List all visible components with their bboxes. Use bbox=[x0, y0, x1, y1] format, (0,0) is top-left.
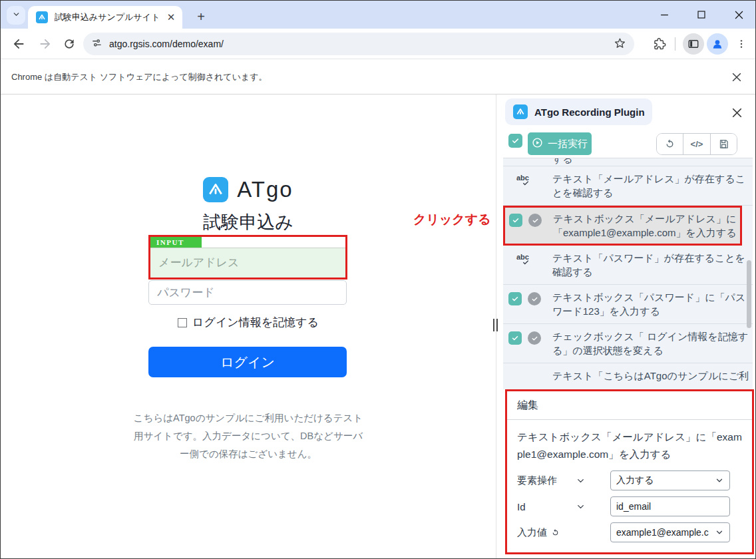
input-value-row: 入力値 example1@example.c bbox=[517, 522, 742, 542]
locator-row: Id bbox=[517, 496, 742, 516]
remember-label: ログイン情報を記憶する bbox=[192, 315, 319, 330]
atgo-plugin-icon bbox=[513, 104, 528, 119]
sample-site-note: こちらはATgoのサンプルにご利用いただけるテスト 用サイトです。入力データにつ… bbox=[1, 409, 496, 463]
tab-strip: 試験申込みサンプルサイト ✕ + bbox=[1, 1, 755, 29]
automation-infobar: Chrome は自動テスト ソフトウェアによって制御されています。 bbox=[1, 59, 755, 94]
select-all-checkbox[interactable] bbox=[508, 134, 522, 148]
forward-icon[interactable] bbox=[37, 35, 54, 53]
run-all-button[interactable]: 一括実行 bbox=[528, 132, 592, 155]
atgo-favicon-icon bbox=[36, 11, 48, 23]
edit-step-description: テキストボックス「メールアドレス」に「example1@example.com」… bbox=[507, 420, 752, 465]
step-checkbox[interactable] bbox=[509, 214, 522, 227]
refresh-small-icon bbox=[551, 528, 560, 537]
refresh-button[interactable] bbox=[657, 134, 683, 154]
email-field-highlight-box: INPUT bbox=[148, 235, 347, 280]
bookmark-star-icon[interactable] bbox=[614, 37, 626, 52]
step-row-input-email-highlighted[interactable]: テキストボックス「メールアドレス」に「example1@example.com」… bbox=[503, 206, 742, 246]
step-row-verify-note[interactable]: テキスト「こちらはATgoのサンプルにご利用い bbox=[503, 363, 753, 381]
panel-resize-handle[interactable] bbox=[493, 319, 498, 331]
text-verify-icon: abc bbox=[516, 174, 534, 187]
side-panel-icon[interactable] bbox=[683, 33, 704, 55]
operation-label: 要素操作 bbox=[517, 474, 576, 487]
step-status-check-icon bbox=[528, 214, 542, 227]
step-checkbox[interactable] bbox=[508, 292, 522, 305]
url-text: atgo.rgsis.com/demo/exam/ bbox=[109, 39, 614, 49]
step-row-partial[interactable]: する bbox=[503, 158, 753, 166]
atgo-logo: ATgo bbox=[1, 177, 496, 202]
back-icon[interactable] bbox=[10, 35, 27, 53]
step-row-verify-email[interactable]: abc テキスト「メールアドレス」が存在することを確認する bbox=[503, 166, 753, 206]
edit-section: 編集 テキストボックス「メールアドレス」に「example1@example.c… bbox=[505, 389, 754, 554]
infobar-close-icon[interactable] bbox=[727, 68, 746, 87]
browser-tab[interactable]: 試験申込みサンプルサイト ✕ bbox=[28, 6, 182, 29]
step-list: する abc テキスト「メールアドレス」が存在することを確認する bbox=[503, 158, 753, 389]
reload-icon[interactable] bbox=[61, 35, 78, 53]
step-row-verify-password[interactable]: abc テキスト「パスワード」が存在することを確認する bbox=[503, 246, 753, 285]
operation-select[interactable]: 入力する bbox=[610, 470, 730, 490]
minimize-icon[interactable] bbox=[654, 5, 674, 25]
play-icon bbox=[532, 137, 543, 150]
menu-dots-icon[interactable] bbox=[731, 33, 752, 55]
page-content: ATgo 試験申込み INPUT ログイン情報を記憶する ログイン こちらはAT… bbox=[1, 94, 496, 558]
remember-checkbox[interactable] bbox=[178, 318, 187, 327]
list-scrollbar[interactable] bbox=[747, 260, 751, 328]
atgo-logo-icon bbox=[203, 177, 228, 202]
tab-title: 試験申込みサンプルサイト bbox=[55, 11, 165, 23]
chevron-down-icon bbox=[715, 528, 724, 537]
toolbar-separator bbox=[675, 37, 675, 51]
profile-avatar[interactable] bbox=[707, 33, 728, 55]
plugin-title-dropdown[interactable]: ATgo Recording Plugin bbox=[505, 98, 652, 125]
locator-value-input[interactable] bbox=[610, 496, 730, 516]
close-window-icon[interactable] bbox=[729, 5, 749, 25]
input-badge: INPUT bbox=[150, 237, 202, 248]
plugin-close-icon[interactable] bbox=[728, 104, 745, 121]
operation-row: 要素操作 入力する bbox=[517, 470, 742, 490]
plugin-title: ATgo Recording Plugin bbox=[534, 106, 645, 118]
browser-window: 試験申込みサンプルサイト ✕ + atgo.rgsis.com/demo/ex bbox=[0, 0, 756, 559]
step-status-check-icon bbox=[528, 292, 541, 305]
locator-label: Id bbox=[517, 501, 576, 512]
chevron-down-icon bbox=[12, 9, 21, 21]
step-checkbox[interactable] bbox=[508, 331, 522, 345]
save-button[interactable] bbox=[711, 134, 737, 154]
step-row-input-password[interactable]: テキストボックス「パスワード」に「パスワード123」を入力する bbox=[503, 285, 753, 324]
site-settings-icon[interactable] bbox=[91, 37, 102, 51]
tab-search-button[interactable] bbox=[7, 6, 25, 25]
password-field[interactable] bbox=[148, 280, 347, 305]
infobar-text: Chrome は自動テスト ソフトウェアによって制御されています。 bbox=[11, 71, 268, 83]
extensions-puzzle-icon[interactable] bbox=[649, 33, 670, 55]
atgo-logo-text: ATgo bbox=[237, 177, 293, 202]
login-button[interactable]: ログイン bbox=[148, 347, 347, 377]
text-verify-icon: abc bbox=[516, 253, 534, 266]
chevron-down-icon bbox=[715, 476, 724, 485]
tab-close-icon[interactable]: ✕ bbox=[165, 11, 177, 23]
maximize-icon[interactable] bbox=[691, 5, 711, 25]
click-annotation-label: クリックする bbox=[413, 211, 491, 228]
edit-section-title: 編集 bbox=[507, 391, 752, 420]
plugin-toolbar-group: </> bbox=[656, 133, 737, 155]
input-value-select[interactable]: example1@example.c bbox=[610, 522, 730, 542]
chevron-down-icon[interactable] bbox=[576, 476, 610, 486]
input-value-label: 入力値 bbox=[517, 526, 610, 539]
email-field[interactable] bbox=[150, 248, 345, 278]
recording-plugin-panel: ATgo Recording Plugin 一括実行 </> bbox=[496, 94, 755, 558]
url-bar[interactable]: atgo.rgsis.com/demo/exam/ bbox=[83, 33, 634, 55]
chevron-down-icon[interactable] bbox=[576, 502, 610, 512]
step-status-check-icon bbox=[528, 331, 541, 345]
new-tab-button[interactable]: + bbox=[192, 7, 210, 26]
code-view-button[interactable]: </> bbox=[683, 134, 710, 154]
step-row-toggle-remember[interactable]: チェックボックス「 ログイン情報を記憶する」の選択状態を変える bbox=[503, 324, 753, 363]
